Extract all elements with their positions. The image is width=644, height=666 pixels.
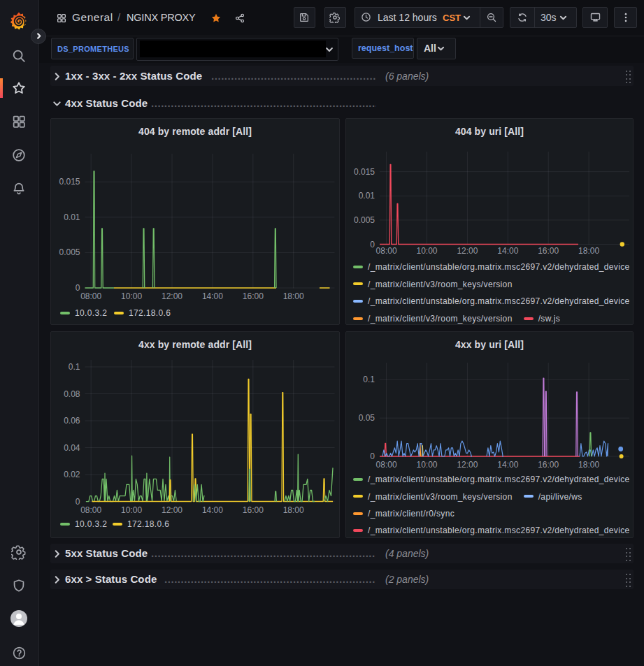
svg-text:0.04: 0.04 [64,443,80,453]
svg-text:16:00: 16:00 [243,291,264,301]
svg-text:18:00: 18:00 [578,460,599,470]
svg-text:0.1: 0.1 [363,375,375,384]
svg-text:0.005: 0.005 [354,215,375,225]
svg-text:08:00: 08:00 [80,505,101,515]
svg-text:14:00: 14:00 [497,460,518,470]
svg-text:14:00: 14:00 [497,246,518,256]
svg-text:0.005: 0.005 [59,247,80,257]
svg-text:12:00: 12:00 [162,505,183,515]
svg-text:18:00: 18:00 [283,291,304,301]
svg-text:12:00: 12:00 [162,291,183,301]
svg-text:10:00: 10:00 [121,291,142,301]
svg-text:08:00: 08:00 [80,291,101,301]
svg-text:0.01: 0.01 [64,212,80,222]
svg-text:0.08: 0.08 [64,389,80,399]
svg-text:0.02: 0.02 [64,470,80,479]
svg-text:0: 0 [370,451,375,461]
svg-text:14:00: 14:00 [202,291,223,301]
svg-text:0: 0 [76,283,80,293]
svg-text:0.015: 0.015 [59,177,80,187]
svg-text:0.1: 0.1 [69,362,80,372]
svg-text:0.01: 0.01 [359,191,375,201]
svg-text:16:00: 16:00 [538,246,559,256]
svg-text:08:00: 08:00 [376,460,397,470]
svg-text:0: 0 [370,240,375,249]
svg-text:18:00: 18:00 [578,246,599,256]
svg-text:12:00: 12:00 [457,246,478,256]
svg-text:0.06: 0.06 [64,416,80,426]
svg-text:12:00: 12:00 [457,460,478,470]
svg-text:10:00: 10:00 [416,460,437,470]
svg-text:10:00: 10:00 [121,505,142,515]
svg-text:16:00: 16:00 [243,505,264,515]
svg-text:14:00: 14:00 [202,505,223,515]
svg-text:0.015: 0.015 [354,167,375,177]
svg-text:0.05: 0.05 [359,413,375,423]
svg-text:18:00: 18:00 [283,505,304,515]
svg-text:16:00: 16:00 [538,460,559,470]
svg-text:10:00: 10:00 [416,246,437,256]
svg-text:08:00: 08:00 [376,246,397,256]
svg-text:0: 0 [76,497,80,507]
